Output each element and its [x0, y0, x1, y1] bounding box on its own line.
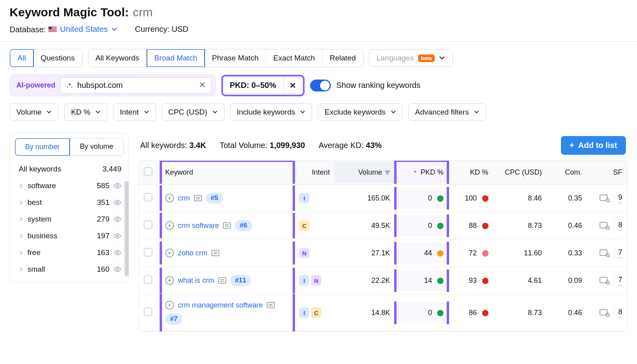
- col-intent[interactable]: Intent: [294, 162, 334, 183]
- serp-features-icon[interactable]: [600, 194, 610, 202]
- volume-value: 165.0K: [334, 188, 395, 209]
- select-all-checkbox[interactable]: [144, 167, 152, 176]
- sidebar-group[interactable]: system 279: [15, 211, 124, 228]
- serp-icon[interactable]: [223, 222, 231, 229]
- intent-badge: I: [299, 275, 309, 286]
- pkd-value: 0: [428, 222, 432, 230]
- cpc-value: 11.60: [493, 243, 547, 264]
- eye-icon[interactable]: [113, 249, 121, 257]
- serp-icon[interactable]: [194, 195, 202, 201]
- filter-include-keywords[interactable]: Include keywords: [230, 103, 313, 121]
- close-icon[interactable]: ✕: [283, 78, 302, 93]
- tab-all-keywords[interactable]: All Keywords: [88, 49, 147, 67]
- keyword-link[interactable]: crm software: [178, 222, 219, 230]
- filter-kd[interactable]: KD %: [64, 103, 107, 121]
- flag-icon: [48, 26, 57, 32]
- sidebar-group-count: 163: [97, 248, 109, 257]
- expand-keyword-button[interactable]: +: [165, 194, 174, 202]
- col-keyword[interactable]: Keyword: [160, 162, 294, 183]
- filter-exclude-keywords[interactable]: Exclude keywords: [318, 103, 403, 121]
- chevron-right-icon: [19, 265, 23, 274]
- chevron-right-icon: [19, 232, 23, 240]
- col-pkd[interactable]: PKD %: [395, 162, 449, 183]
- sf-value: 7: [618, 276, 622, 286]
- serp-features-icon[interactable]: [600, 276, 610, 285]
- row-checkbox[interactable]: [144, 308, 152, 316]
- page-header: Keyword Magic Tool: crm Database: United…: [0, 0, 637, 42]
- col-volume[interactable]: Volume: [334, 162, 395, 183]
- difficulty-dot-icon: [437, 310, 444, 316]
- divider: [614, 218, 614, 233]
- col-kd[interactable]: KD %: [448, 162, 493, 183]
- tab-broad-match[interactable]: Broad Match: [147, 49, 205, 67]
- eye-icon[interactable]: [113, 215, 121, 223]
- sidebar-group-label: system: [27, 215, 51, 224]
- keyword-link[interactable]: crm: [178, 194, 190, 202]
- serp-icon[interactable]: [267, 302, 275, 308]
- expand-keyword-button[interactable]: +: [165, 221, 174, 230]
- languages-dropdown[interactable]: Languages beta: [369, 49, 453, 67]
- sidebar-all-keywords[interactable]: All keywords 3,449: [15, 161, 124, 177]
- serp-icon[interactable]: [211, 250, 219, 256]
- sidebar-group-label: small: [27, 265, 45, 274]
- keyword-link[interactable]: what is crm: [178, 276, 214, 285]
- col-com[interactable]: Com.: [547, 162, 587, 183]
- pkd-value: 44: [424, 249, 432, 257]
- tab-phrase-match[interactable]: Phrase Match: [205, 49, 266, 67]
- row-checkbox[interactable]: [144, 248, 152, 257]
- eye-icon[interactable]: [113, 232, 121, 240]
- col-cpc[interactable]: CPC (USD): [493, 162, 547, 183]
- expand-keyword-button[interactable]: +: [165, 249, 174, 257]
- currency-display: Currency: USD: [135, 25, 189, 34]
- pkd-filter-chip[interactable]: PKD: 0–50% ✕: [224, 77, 302, 94]
- col-sf[interactable]: SF: [587, 162, 627, 183]
- sidebar-group[interactable]: business 197: [15, 228, 124, 244]
- filter-volume[interactable]: Volume: [10, 103, 59, 121]
- cpc-value: 8.46: [493, 188, 547, 209]
- eye-icon[interactable]: [113, 265, 121, 273]
- sidebar-group[interactable]: free 163: [15, 244, 124, 261]
- serp-icon[interactable]: [218, 277, 226, 284]
- eye-icon[interactable]: [113, 199, 121, 206]
- serp-features-icon[interactable]: [600, 308, 610, 317]
- divider: [614, 191, 614, 205]
- summary-all-value: 3.4K: [189, 141, 206, 150]
- sidebar-group-label: free: [27, 248, 41, 257]
- keyword-link[interactable]: zoho crm: [178, 249, 207, 257]
- summary-avg-value: 43%: [366, 141, 382, 150]
- tab-related[interactable]: Related: [322, 49, 363, 67]
- keyword-groups-sidebar: By number By volume All keywords 3,449 s…: [10, 133, 129, 283]
- expand-keyword-button[interactable]: +: [165, 301, 174, 309]
- com-value: 0.33: [547, 243, 587, 264]
- expand-keyword-button[interactable]: +: [165, 276, 174, 285]
- serp-features-icon[interactable]: [600, 249, 610, 257]
- serp-features-icon[interactable]: [600, 221, 610, 230]
- table-row: + crm #5 I 165.0K 0 100 8.46 0.35 9: [139, 185, 627, 212]
- difficulty-dot-icon: [482, 250, 488, 257]
- tab-exact-match[interactable]: Exact Match: [266, 49, 322, 67]
- add-to-list-button[interactable]: + Add to list: [561, 136, 626, 155]
- filter-advanced[interactable]: Advanced filters: [408, 103, 486, 121]
- sidebar-group[interactable]: software 585: [15, 177, 124, 194]
- sidebar-group[interactable]: small 160: [15, 261, 124, 278]
- sidebar-group[interactable]: best 351: [15, 194, 124, 211]
- sidebar-tab-by-number[interactable]: By number: [15, 138, 70, 156]
- eye-icon[interactable]: [113, 182, 121, 190]
- show-ranking-toggle[interactable]: [310, 80, 331, 91]
- position-badge: #5: [206, 193, 223, 204]
- sidebar-scrollbar[interactable]: [125, 181, 129, 276]
- tab-all[interactable]: All: [10, 49, 34, 67]
- sidebar-tab-by-volume[interactable]: By volume: [70, 138, 123, 156]
- pkd-value: 0: [428, 309, 432, 317]
- row-checkbox[interactable]: [144, 193, 152, 202]
- row-checkbox[interactable]: [144, 220, 152, 229]
- svg-rect-7: [386, 172, 389, 173]
- clear-icon[interactable]: [199, 81, 205, 90]
- database-selector[interactable]: Database: United States: [10, 25, 117, 34]
- filter-intent[interactable]: Intent: [113, 103, 156, 121]
- filter-cpc[interactable]: CPC (USD): [162, 103, 225, 121]
- row-checkbox[interactable]: [144, 275, 152, 284]
- ai-domain-input[interactable]: hubspot.com: [60, 77, 211, 93]
- tab-questions[interactable]: Questions: [33, 49, 82, 67]
- keyword-link[interactable]: crm management software: [178, 301, 263, 309]
